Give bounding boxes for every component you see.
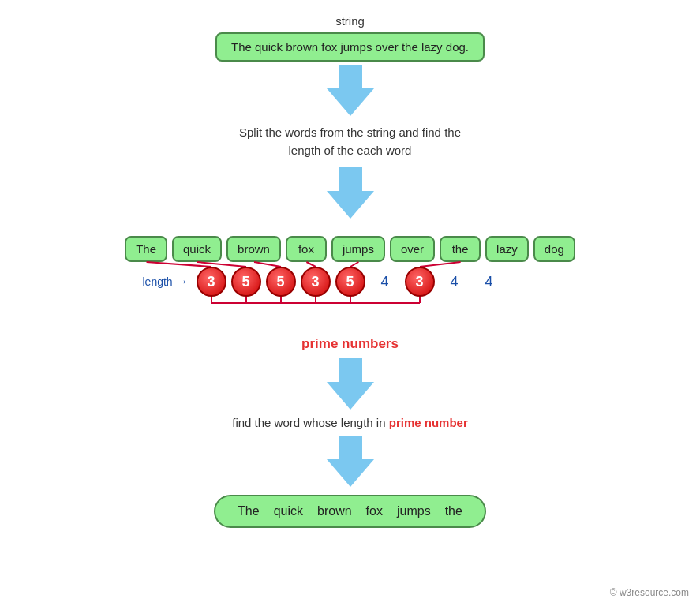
prime-circle-0: 3	[197, 267, 226, 297]
prime-numbers-label: prime numbers	[301, 336, 399, 352]
word-box-1: quick	[172, 236, 222, 262]
input-string-box: The quick brown fox jumps over the lazy …	[215, 32, 485, 62]
length-item-1: 5	[231, 267, 261, 297]
find-description: find the word whose length in prime numb…	[232, 416, 468, 429]
word-box-5: over	[390, 236, 435, 262]
length-label: length →	[143, 275, 189, 289]
non-prime-7: 4	[440, 267, 470, 297]
prime-circle-6: 3	[405, 267, 435, 297]
length-item-8: 4	[474, 267, 504, 297]
arrow-right-icon: →	[176, 275, 189, 289]
length-item-4: 5	[335, 267, 365, 297]
result-word-0: The	[238, 504, 260, 518]
word-box-2: brown	[226, 236, 281, 262]
words-row: Thequickbrownfoxjumpsoverthelazydog	[125, 236, 575, 262]
word-box-7: lazy	[485, 236, 529, 262]
word-box-4: jumps	[331, 236, 385, 262]
prime-word-label: prime number	[389, 416, 468, 429]
length-item-2: 5	[266, 267, 296, 297]
result-word-4: jumps	[397, 504, 431, 518]
result-word-2: brown	[317, 504, 352, 518]
prime-circle-1: 5	[231, 267, 261, 297]
non-prime-8: 4	[474, 267, 504, 297]
split-description: Split the words from the string and find…	[239, 124, 461, 159]
word-box-3: fox	[286, 236, 327, 262]
result-word-3: fox	[366, 504, 383, 518]
length-item-7: 4	[440, 267, 470, 297]
result-word-1: quick	[274, 504, 303, 518]
length-item-6: 3	[405, 267, 435, 297]
arrow-1	[327, 65, 374, 116]
result-word-5: the	[445, 504, 462, 518]
arrow-2	[327, 167, 374, 219]
word-box-8: dog	[533, 236, 575, 262]
word-box-0: The	[125, 236, 167, 262]
arrow-3	[327, 358, 374, 410]
result-box: Thequickbrownfoxjumpsthe	[214, 495, 486, 528]
word-box-6: the	[440, 236, 481, 262]
prime-circle-4: 5	[335, 267, 365, 297]
watermark: © w3resource.com	[610, 587, 689, 598]
prime-circle-2: 5	[266, 267, 296, 297]
title-label: string	[335, 14, 365, 28]
arrow-4	[327, 436, 374, 487]
length-item-0: 3	[197, 267, 226, 297]
prime-circle-3: 3	[301, 267, 331, 297]
non-prime-5: 4	[370, 267, 400, 297]
length-item-5: 4	[370, 267, 400, 297]
words-section: Thequickbrownfoxjumpsoverthelazydog leng…	[27, 228, 674, 355]
length-item-3: 3	[301, 267, 331, 297]
